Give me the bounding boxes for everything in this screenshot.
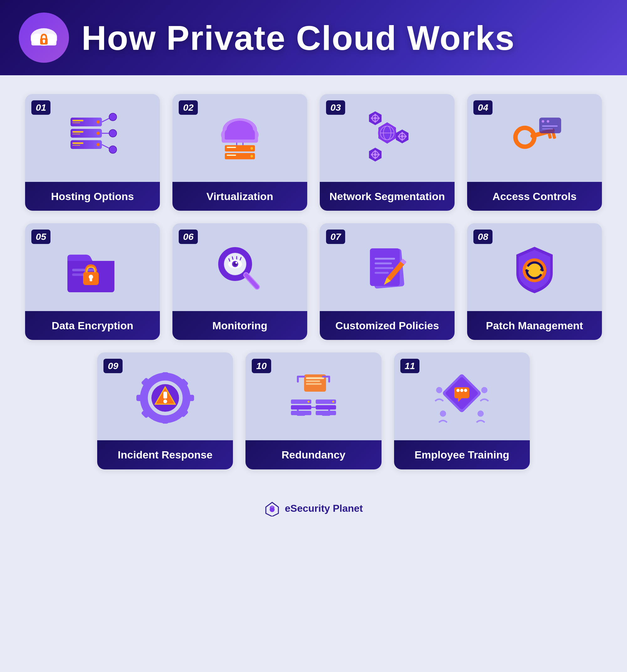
svg-line-90 (232, 257, 233, 259)
card-redundancy: 10 (245, 353, 381, 469)
svg-rect-10 (72, 122, 80, 123)
patch-icon (503, 241, 566, 297)
svg-rect-131 (316, 411, 336, 415)
network-icon (356, 111, 418, 168)
card-label-area-5: Data Encryption (25, 311, 160, 340)
svg-point-39 (250, 155, 253, 158)
card-data-encryption: 05 Dat (25, 223, 160, 340)
card-hosting-options: 01 (25, 94, 160, 211)
svg-rect-6 (43, 41, 45, 43)
svg-rect-18 (72, 145, 80, 146)
svg-rect-99 (375, 267, 393, 269)
page-footer: eSecurity Planet (0, 495, 627, 523)
svg-point-142 (436, 387, 442, 393)
svg-rect-77 (72, 269, 97, 271)
card-icon-area-9: 09 (97, 353, 233, 440)
access-icon (503, 111, 566, 168)
card-label-area-10: Redundancy (245, 440, 381, 469)
svg-point-139 (460, 389, 463, 392)
card-icon-area-6: 06 (172, 223, 307, 311)
row-1: 01 (25, 94, 602, 211)
svg-point-49 (374, 117, 377, 120)
svg-point-143 (481, 387, 487, 393)
card-label-area-2: Virtualization (172, 182, 307, 211)
svg-rect-33 (225, 133, 255, 140)
svg-rect-76 (542, 128, 553, 129)
card-label-10: Redundancy (282, 449, 345, 461)
page-title: How Private Cloud Works (81, 18, 515, 58)
encryption-icon (61, 241, 124, 297)
card-network-segmentation: 03 (320, 94, 455, 211)
svg-point-11 (97, 120, 100, 124)
card-customized-policies: 07 (320, 223, 455, 340)
page-header: How Private Cloud Works (0, 0, 627, 75)
card-number-6: 06 (179, 230, 198, 244)
card-icon-area-4: 04 (467, 94, 602, 182)
card-icon-area-2: 02 (172, 94, 307, 182)
svg-point-25 (109, 146, 117, 153)
svg-point-144 (440, 410, 446, 417)
card-number-7: 07 (326, 230, 345, 244)
card-label-3: Network Segmentation (330, 190, 445, 202)
incident-icon (134, 370, 197, 426)
card-label-area-4: Access Controls (467, 182, 602, 211)
svg-rect-58 (374, 157, 376, 159)
svg-rect-59 (371, 154, 373, 155)
svg-point-145 (478, 410, 484, 417)
svg-rect-130 (316, 405, 336, 410)
svg-rect-75 (542, 125, 558, 127)
svg-point-24 (109, 129, 117, 137)
card-label-area-11: Employee Training (394, 440, 530, 469)
card-label-6: Monitoring (212, 319, 267, 332)
svg-rect-97 (375, 258, 395, 260)
svg-rect-52 (371, 117, 373, 119)
card-number-4: 04 (474, 100, 492, 115)
svg-point-19 (97, 143, 100, 146)
svg-line-94 (246, 275, 257, 287)
card-employee-training: 11 (394, 353, 530, 469)
svg-point-121 (163, 400, 167, 403)
monitoring-icon (209, 241, 271, 297)
svg-point-73 (542, 120, 544, 123)
svg-rect-81 (90, 278, 92, 281)
card-label-area-7: Customized Policies (320, 311, 455, 340)
svg-point-56 (374, 153, 377, 156)
card-label-1: Hosting Options (51, 190, 134, 202)
svg-point-133 (332, 401, 334, 403)
card-icon-area-3: 03 (320, 94, 455, 182)
card-icon-area-7: 07 (320, 223, 455, 311)
main-content: 01 (0, 75, 627, 495)
card-number-2: 02 (179, 100, 198, 115)
svg-rect-65 (401, 138, 403, 141)
svg-rect-50 (374, 114, 376, 116)
svg-point-132 (308, 401, 309, 403)
card-icon-area-8: 08 (467, 223, 602, 311)
svg-rect-17 (72, 142, 83, 144)
card-access-controls: 04 (467, 94, 602, 211)
card-number-1: 01 (31, 100, 50, 115)
svg-rect-9 (72, 120, 83, 121)
svg-rect-127 (291, 405, 311, 410)
svg-rect-128 (291, 411, 311, 415)
svg-point-38 (250, 147, 253, 149)
card-monitoring: 06 (172, 223, 307, 340)
card-label-area-3: Network Segmentation (320, 182, 455, 211)
policies-icon (356, 241, 418, 297)
svg-rect-66 (398, 136, 400, 137)
card-label-area-8: Patch Management (467, 311, 602, 340)
row-2: 05 Dat (25, 223, 602, 340)
svg-rect-14 (72, 134, 80, 135)
svg-point-88 (236, 262, 237, 264)
card-icon-area-11: 11 (394, 353, 530, 440)
hosting-icon (61, 111, 124, 168)
svg-rect-34 (225, 145, 255, 151)
card-incident-response: 09 (97, 353, 233, 469)
card-number-11: 11 (400, 359, 419, 373)
svg-rect-67 (404, 136, 407, 137)
svg-rect-64 (401, 132, 403, 135)
card-label-area-6: Monitoring (172, 311, 307, 340)
card-label-8: Patch Management (486, 319, 583, 332)
card-label-11: Employee Training (414, 449, 509, 461)
svg-rect-123 (306, 377, 324, 379)
svg-rect-124 (306, 380, 320, 382)
